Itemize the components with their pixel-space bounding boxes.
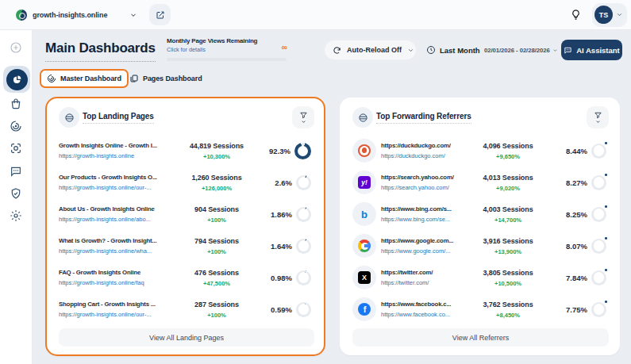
percent-value: 8.25% [566,210,587,219]
sidebar-item-security[interactable] [10,187,22,200]
sessions-change: +14,700% [479,216,537,224]
chat-icon [10,165,22,178]
percent-value: 0.98% [271,274,292,282]
app-root: growth-insights.online TS Main Dashboard… [0,0,631,364]
landing-page-row[interactable]: Shopping Cart - Growth Insights ... http… [59,293,314,325]
sessions-value: 476 Sessions [187,269,247,277]
referrer-row[interactable]: https://www.bing.com/s... https://www.bi… [352,198,609,230]
sidebar-item-comments[interactable] [10,165,22,178]
tab-pages-dashboard[interactable]: Pages Dashboard [129,71,202,86]
page-url-link[interactable]: https://growth-insights.online/our-... [59,184,187,191]
sidebar-item-add[interactable] [10,41,22,54]
percent-value: 1.86% [271,210,292,219]
page-title-text: About Us - Growth Insights Online [59,205,187,213]
scan-target-icon [10,142,22,155]
date-range-value: 02/01/2026 - 02/28/2026 [484,47,550,54]
percent-value: 8.44% [566,147,587,155]
referrer-row[interactable]: https://search.yahoo.com/ https://search… [352,167,609,198]
sidebar [0,30,33,364]
pages-icon [129,74,139,83]
referrer-row[interactable]: https://www.facebook.c... https://www.fa… [352,293,609,325]
landing-page-row[interactable]: FAQ - Growth Insights Online https://gro… [59,262,314,293]
sessions-change: +9,020% [479,185,537,192]
percent-value: 7.84% [566,274,587,282]
sessions-value: 1,260 Sessions [187,174,247,182]
page-title: Main Dashboards [45,40,156,62]
sessions-value: 904 Sessions [187,205,247,213]
open-site-button[interactable] [149,4,171,25]
auto-reload-dropdown[interactable]: Auto-Reload Off [324,40,417,60]
site-favicon [16,10,27,21]
landing-page-row[interactable]: About Us - Growth Insights Online https:… [59,198,314,230]
sessions-value: 44,819 Sessions [187,142,247,150]
landing-page-row[interactable]: What is Growth? - Growth Insight... http… [59,230,314,262]
shield-check-icon [10,187,22,200]
chevron-down-icon[interactable] [129,11,137,19]
percent-gauge [591,270,606,285]
percent-gauge [296,175,311,190]
sessions-change: +100% [187,216,247,224]
referrer-title-text: https://duckduckgo.com/ [381,142,479,149]
sidebar-item-orders[interactable] [10,98,22,110]
page-title-text: FAQ - Growth Insights Online [59,269,187,276]
referrer-url-link[interactable]: https://duckduckgo.com/ [381,152,479,159]
sidebar-item-sessions[interactable] [10,120,22,132]
ai-assistant-button[interactable]: AI Assistant [561,40,622,60]
page-title-text: Our Products - Growth Insights O... [59,174,187,181]
referrer-favicon [352,234,376,258]
user-menu[interactable]: TS [592,3,627,27]
referrer-row[interactable]: https://www.google.com... https://www.go… [352,230,609,262]
referrer-url-link[interactable]: https://www.bing.com/se... [381,216,479,223]
period-selector[interactable]: Last Month [426,45,480,55]
referrer-row[interactable]: https://twitter.com/ https://twitter.com… [352,262,609,293]
page-url-link[interactable]: https://growth-insights.online/our-... [59,311,187,318]
chevron-down-icon [301,119,306,125]
tab-label: Master Dashboard [60,75,121,82]
sessions-change: +100% [187,248,247,255]
percent-value: 8.27% [566,178,587,187]
referrer-url-link[interactable]: https://search.yahoo.com/ [381,184,479,191]
monthly-views-value: ∞ [282,43,287,52]
site-name[interactable]: growth-insights.online [33,11,107,19]
tab-label: Pages Dashboard [143,75,202,82]
page-url-link[interactable]: https://growth-insights.online [59,152,187,159]
page-url-link[interactable]: https://growth-insights.online/wha... [59,247,187,255]
percent-gauge [591,207,606,222]
monthly-views-details-link[interactable]: Click for details [167,46,287,53]
page-title-text: Growth Insights Online - Growth I... [59,142,187,149]
tab-master-dashboard[interactable]: Master Dashboard [40,69,129,88]
percent-value: 8.07% [566,242,587,251]
referrer-url-link[interactable]: https://www.facebook.co... [381,311,479,318]
landing-page-row[interactable]: Growth Insights Online - Growth I... htt… [59,135,314,167]
page-title-text: Shopping Cart - Growth Insights ... [59,301,187,308]
avatar: TS [594,6,613,24]
lightbulb-icon[interactable] [570,9,582,21]
gear-icon [10,209,22,222]
referrer-title-text: https://www.google.com... [381,237,479,244]
clock-icon [426,45,436,55]
sessions-value: 3,916 Sessions [479,237,537,245]
referrer-title-text: https://www.bing.com/s... [381,205,479,213]
view-all-landing-pages-button[interactable]: View All Landing Pages [59,328,314,347]
percent-gauge [591,175,606,190]
view-all-referrers-button[interactable]: View All Referrers [352,328,609,347]
page-url-link[interactable]: https://growth-insights.online/faq [59,279,187,286]
referrer-favicon [352,202,376,226]
filter-button[interactable] [292,106,314,128]
referrer-url-link[interactable]: https://www.google.com/... [381,247,479,255]
sidebar-item-settings[interactable] [10,209,22,222]
page-title-text: What is Growth? - Growth Insight... [59,237,187,244]
filter-button[interactable] [587,106,609,128]
sidebar-item-dashboard[interactable] [3,66,30,93]
referrer-title-text: https://twitter.com/ [381,269,479,276]
page-url-link[interactable]: https://growth-insights.online/abo... [59,216,187,223]
card-title: Top Landing Pages [83,112,154,124]
landing-page-row[interactable]: Our Products - Growth Insights O... http… [59,167,314,198]
sessions-value: 4,003 Sessions [479,205,537,213]
referrer-url-link[interactable]: https://twitter.com/ [381,279,479,286]
referrer-row[interactable]: https://duckduckgo.com/ https://duckduck… [352,135,609,167]
date-range-selector[interactable]: 02/01/2026 - 02/28/2026 [484,47,558,54]
sidebar-item-tracking[interactable] [10,142,22,155]
referrer-favicon [352,171,376,194]
top-bar: growth-insights.online TS [0,0,631,30]
